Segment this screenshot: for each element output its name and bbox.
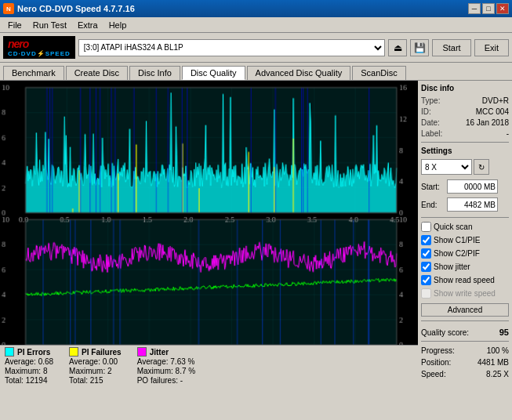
divider3 <box>421 320 509 321</box>
titlebar: N Nero CD-DVD Speed 4.7.7.16 ─ □ ✕ <box>0 0 512 17</box>
content-area: PI Errors Average: 0.68 Maximum: 8 Total… <box>0 80 512 386</box>
charts-section: PI Errors Average: 0.68 Maximum: 8 Total… <box>0 81 418 386</box>
show-c1-checkbox[interactable] <box>421 235 431 245</box>
quick-scan-label: Quick scan <box>434 223 472 231</box>
quality-score-label: Quality score: <box>421 328 469 337</box>
disc-info-title: Disc info <box>421 84 509 92</box>
menu-extra[interactable]: Extra <box>73 20 103 31</box>
show-jitter-row: Show jitter <box>421 262 509 272</box>
end-input[interactable] <box>447 197 498 212</box>
tab-disc-info[interactable]: Disc Info <box>129 66 180 80</box>
jitter-avg: Average: 7.63 % <box>137 357 195 366</box>
show-c2-row: Show C2/PIF <box>421 248 509 259</box>
legend-pi-failures: PI Failures Average: 0.00 Maximum: 2 Tot… <box>69 347 122 385</box>
show-c2-checkbox[interactable] <box>421 248 431 259</box>
close-button[interactable]: ✕ <box>496 3 509 14</box>
menu-run-test[interactable]: Run Test <box>28 20 71 31</box>
legend-pi-errors: PI Errors Average: 0.68 Maximum: 8 Total… <box>5 347 53 385</box>
menu-help[interactable]: Help <box>104 20 132 31</box>
show-c1-label: Show C1/PIE <box>434 236 480 244</box>
legend-area: PI Errors Average: 0.68 Maximum: 8 Total… <box>0 345 418 386</box>
advanced-button[interactable]: Advanced <box>421 303 509 317</box>
eject-button[interactable]: ⏏ <box>388 39 407 56</box>
window-controls: ─ □ ✕ <box>468 3 509 14</box>
disc-type-row: Type: DVD+R <box>421 96 509 105</box>
divider2 <box>421 217 509 218</box>
show-read-speed-checkbox[interactable] <box>421 275 431 285</box>
quality-score-row: Quality score: 95 <box>421 328 509 337</box>
start-button[interactable]: Start <box>432 39 470 56</box>
pi-errors-title: PI Errors <box>17 348 50 357</box>
menu-file[interactable]: File <box>3 20 27 31</box>
show-write-speed-row: Show write speed <box>421 288 509 299</box>
settings-title: Settings <box>421 147 509 155</box>
tab-disc-quality[interactable]: Disc Quality <box>182 66 245 80</box>
pi-failures-max: Maximum: 2 <box>69 367 122 375</box>
end-row: End: <box>421 197 509 212</box>
position-row: Position: 4481 MB <box>421 358 509 367</box>
show-write-speed-label: Show write speed <box>434 289 496 298</box>
divider4 <box>421 341 509 342</box>
disc-label-row: Label: - <box>421 129 509 138</box>
toolbar: nero CD·DVD⚡SPEED [3:0] ATAPI iHAS324 A … <box>0 33 512 63</box>
maximize-button[interactable]: □ <box>482 3 495 14</box>
disc-date-row: Date: 16 Jan 2018 <box>421 118 509 127</box>
quality-score-value: 95 <box>499 328 509 337</box>
chart-canvas <box>0 81 418 345</box>
tab-create-disc[interactable]: Create Disc <box>66 66 128 80</box>
logo-text: nero <box>8 38 28 50</box>
pi-errors-total: Total: 12194 <box>5 376 53 385</box>
tab-scan-disc[interactable]: ScanDisc <box>352 66 405 80</box>
pi-failures-color <box>69 347 78 357</box>
speed-row2: Speed: 8.25 X <box>421 370 509 378</box>
progress-value: 100 % <box>487 346 509 355</box>
logo-sub: CD·DVD⚡SPEED <box>8 50 71 57</box>
app-icon: N <box>3 3 14 14</box>
pi-errors-max: Maximum: 8 <box>5 367 53 375</box>
speed-row: 8 X ↻ <box>421 159 509 175</box>
minimize-button[interactable]: ─ <box>468 3 481 14</box>
quick-scan-row: Quick scan <box>421 222 509 232</box>
show-jitter-label: Show jitter <box>434 262 470 271</box>
tab-advanced-disc-quality[interactable]: Advanced Disc Quality <box>247 66 351 80</box>
right-panel: Disc info Type: DVD+R ID: MCC 004 Date: … <box>418 81 512 386</box>
jitter-po: PO failures: - <box>137 376 195 385</box>
show-read-speed-label: Show read speed <box>434 276 495 284</box>
show-c1-row: Show C1/PIE <box>421 235 509 245</box>
show-jitter-checkbox[interactable] <box>421 262 431 272</box>
show-c2-label: Show C2/PIF <box>434 249 480 258</box>
logo: nero CD·DVD⚡SPEED <box>3 36 75 59</box>
show-write-speed-checkbox[interactable] <box>421 288 431 299</box>
pi-errors-avg: Average: 0.68 <box>5 357 53 366</box>
position-value: 4481 MB <box>478 358 509 367</box>
progress-row: Progress: 100 % <box>421 346 509 355</box>
menubar: File Run Test Extra Help <box>0 17 512 33</box>
jitter-title: Jitter <box>150 348 169 357</box>
speed-select[interactable]: 8 X <box>421 159 472 175</box>
pi-failures-title: PI Failures <box>82 348 122 357</box>
disc-id-row: ID: MCC 004 <box>421 107 509 116</box>
progress-label: Progress: <box>421 346 455 355</box>
exit-button[interactable]: Exit <box>474 39 509 56</box>
divider1 <box>421 142 509 143</box>
pi-failures-avg: Average: 0.00 <box>69 357 122 366</box>
drive-select[interactable]: [3:0] ATAPI iHAS324 A BL1P <box>78 39 386 56</box>
pi-failures-total: Total: 215 <box>69 376 122 385</box>
show-read-speed-row: Show read speed <box>421 275 509 285</box>
speed-value: 8.25 X <box>486 370 509 378</box>
speed-label: Speed: <box>421 370 446 378</box>
position-label: Position: <box>421 358 451 367</box>
legend-jitter: Jitter Average: 7.63 % Maximum: 8.7 % PO… <box>137 347 195 385</box>
app-title: Nero CD-DVD Speed 4.7.7.16 <box>17 4 135 13</box>
start-input[interactable] <box>447 179 498 194</box>
tab-benchmark[interactable]: Benchmark <box>3 66 64 80</box>
refresh-button[interactable]: ↻ <box>474 159 489 175</box>
quick-scan-checkbox[interactable] <box>421 222 431 232</box>
start-row: Start: <box>421 179 509 194</box>
pi-errors-color <box>5 347 14 357</box>
save-button[interactable]: 💾 <box>410 39 429 56</box>
jitter-color <box>137 347 147 357</box>
jitter-max: Maximum: 8.7 % <box>137 367 195 375</box>
tab-bar: Benchmark Create Disc Disc Info Disc Qua… <box>0 63 512 80</box>
